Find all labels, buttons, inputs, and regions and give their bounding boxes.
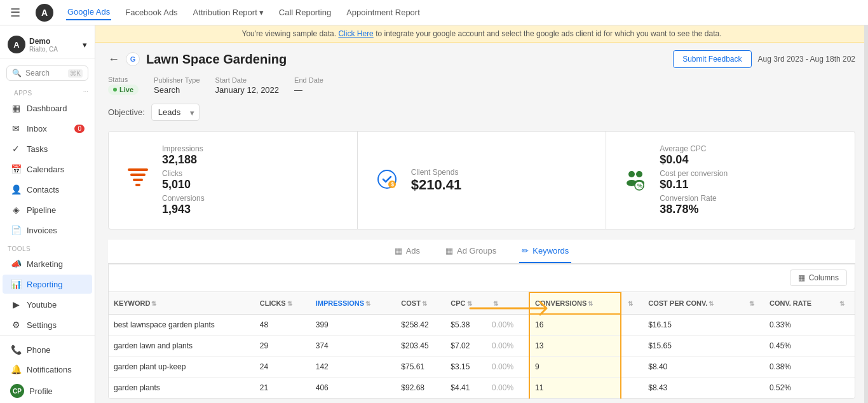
invoices-icon: 📄 (10, 225, 22, 235)
cell-keyword: garden plant up-keep (109, 357, 255, 378)
sort-icon: ⇅ (588, 300, 593, 307)
th-cpc[interactable]: CPC⇅ (445, 292, 487, 314)
th-conv-pct[interactable]: ⇅ (621, 292, 643, 314)
cell-conv-rate: 0.33% (764, 314, 833, 336)
status-info: Status Live (108, 76, 139, 95)
cell-cost: $75.61 (396, 357, 445, 378)
submit-feedback-button[interactable]: Submit Feedback (673, 50, 751, 68)
nav-call-reporting[interactable]: Call Reporting (278, 5, 332, 20)
cell-impressions: 399 (311, 314, 397, 336)
apps-expand-icon[interactable]: ··· (83, 88, 88, 95)
cell-clicks: 24 (255, 357, 311, 378)
cell-conv-pct (621, 357, 643, 378)
sort-icon: ⇅ (493, 300, 498, 307)
settings-icon: ⚙ (10, 320, 22, 330)
cell-cpc: $5.38 (445, 314, 487, 336)
objective-select-wrapper: Leads (151, 104, 200, 121)
th-keyword[interactable]: KEYWORD⇅ (109, 292, 255, 314)
sidebar-item-label: Notifications (27, 365, 72, 374)
cell-cpc-pct: 0.00% (487, 357, 529, 378)
hamburger-menu[interactable]: ☰ (10, 6, 20, 20)
th-conversions[interactable]: CONVERSIONS⇅ (529, 292, 621, 314)
sidebar-item-label: Profile (29, 386, 53, 396)
notifications-icon: 🔔 (10, 364, 22, 374)
sort-icon: ⇅ (839, 300, 844, 307)
account-location: Rialto, CA (29, 46, 79, 53)
tab-ad-groups[interactable]: ▦ Ad Groups (443, 240, 499, 263)
table-row: garden plant up-keep24142$75.61$3.150.00… (109, 357, 855, 378)
sort-icon: ⇅ (151, 300, 156, 307)
pipeline-icon: ◈ (10, 205, 22, 215)
integrate-link[interactable]: Click Here (338, 29, 373, 38)
th-cost[interactable]: COST⇅ (396, 292, 445, 314)
sidebar-search[interactable]: 🔍 Search ⌘K (6, 65, 88, 81)
th-cost-per-conv[interactable]: COST PER CONV.⇅ (643, 292, 743, 314)
objective-select[interactable]: Leads (151, 104, 200, 121)
cell-conversions: 16 (529, 314, 621, 336)
cell-conv-rate: 0.45% (764, 336, 833, 357)
dropdown-chevron-icon: ▾ (259, 8, 264, 17)
sort-icon: ⇅ (628, 300, 633, 307)
th-rate2[interactable]: ⇅ (833, 292, 855, 314)
th-clicks[interactable]: CLICKS⇅ (255, 292, 311, 314)
nav-appointment-report[interactable]: Appointment Report (345, 5, 421, 20)
nav-facebook-ads[interactable]: Facebook Ads (124, 5, 179, 20)
account-switcher[interactable]: A Demo Rialto, CA ▾ (0, 31, 95, 59)
marketing-icon: 📣 (10, 259, 22, 269)
cell-cpc-pct: 0.00% (487, 314, 529, 336)
tab-ads[interactable]: ▦ Ads (392, 240, 423, 263)
status-dot (113, 88, 117, 92)
th-cpc2[interactable]: ⇅ (743, 292, 764, 314)
tab-keywords[interactable]: ✏ Keywords (519, 240, 571, 263)
th-cpc-pct[interactable]: ⇅ (487, 292, 529, 314)
sidebar-item-marketing[interactable]: 📣 Marketing (3, 254, 92, 273)
ads-tab-icon: ▦ (395, 246, 402, 256)
cell-conversions: 13 (529, 336, 621, 357)
conversion-rate-stat: Conversion Rate 38.78% (660, 194, 728, 216)
start-date-info: Start Date January 12, 2022 (215, 76, 279, 95)
sidebar-item-pipeline[interactable]: ◈ Pipeline (3, 200, 92, 219)
cell-blank (743, 314, 764, 336)
nav-attribution-report[interactable]: Attribution Report ▾ (192, 5, 265, 20)
back-button[interactable]: ← (108, 53, 119, 66)
conversions-stat: Conversions 1,943 (162, 194, 205, 216)
app-logo: A (36, 4, 53, 22)
sidebar-item-profile[interactable]: CP Profile (3, 379, 92, 402)
sidebar-item-reporting[interactable]: 📊 Reporting (3, 275, 92, 294)
cell-conv-pct (621, 336, 643, 357)
sidebar-item-tasks[interactable]: ✓ Tasks (3, 139, 92, 158)
cell-clicks: 29 (255, 336, 311, 357)
cell-conv-rate: 0.38% (764, 357, 833, 378)
th-impressions[interactable]: IMPRESSIONS⇅ (311, 292, 397, 314)
end-date-info: End Date — (294, 76, 323, 95)
table-area: ▦ Columns KEYWORD⇅ CLICKS⇅ IMPRESSIONS⇅ … (108, 264, 855, 399)
stats-row: Impressions 32,188 Clicks 5,010 Conversi… (108, 131, 855, 229)
sidebar-item-calendars[interactable]: 📅 Calendars (3, 160, 92, 179)
sort-icon: ⇅ (467, 300, 472, 307)
svg-text:$: $ (391, 181, 394, 188)
cell-cost-per-conv: $8.40 (643, 357, 743, 378)
stat-card-spends: $ Client Spends $210.41 (358, 132, 607, 229)
sidebar-item-invoices[interactable]: 📄 Invoices (3, 221, 92, 240)
th-conv-rate[interactable]: CONV. RATE (764, 292, 833, 314)
sidebar-item-settings[interactable]: ⚙ Settings (3, 315, 92, 334)
cell-cpc: $7.02 (445, 336, 487, 357)
sidebar-bottom: 📞 Phone 🔔 Notifications CP Profile (0, 335, 95, 403)
sidebar-item-youtube[interactable]: ▶ Youtube (3, 295, 92, 314)
nav-google-ads[interactable]: Google Ads (66, 4, 111, 20)
cell-blank (743, 357, 764, 378)
cell-conversions: 9 (529, 357, 621, 378)
columns-button[interactable]: ▦ Columns (790, 270, 847, 286)
sidebar-item-notifications[interactable]: 🔔 Notifications (3, 360, 92, 379)
sidebar-item-label: Marketing (27, 259, 63, 269)
sidebar-item-contacts[interactable]: 👤 Contacts (3, 180, 92, 199)
sidebar-item-dashboard[interactable]: ▦ Dashboard (3, 99, 92, 118)
date-range: Aug 3rd 2023 - Aug 18th 202 (758, 55, 855, 64)
cell-cpc-pct: 0.00% (487, 378, 529, 399)
ad-groups-tab-icon: ▦ (445, 246, 453, 256)
publisher-type-info: Publisher Type Search (154, 76, 200, 95)
sidebar-item-inbox[interactable]: ✉ Inbox 0 (3, 119, 92, 138)
apps-section-label: Apps (6, 85, 40, 98)
scrollbar[interactable] (864, 25, 868, 403)
sidebar-item-phone[interactable]: 📞 Phone (3, 340, 92, 359)
